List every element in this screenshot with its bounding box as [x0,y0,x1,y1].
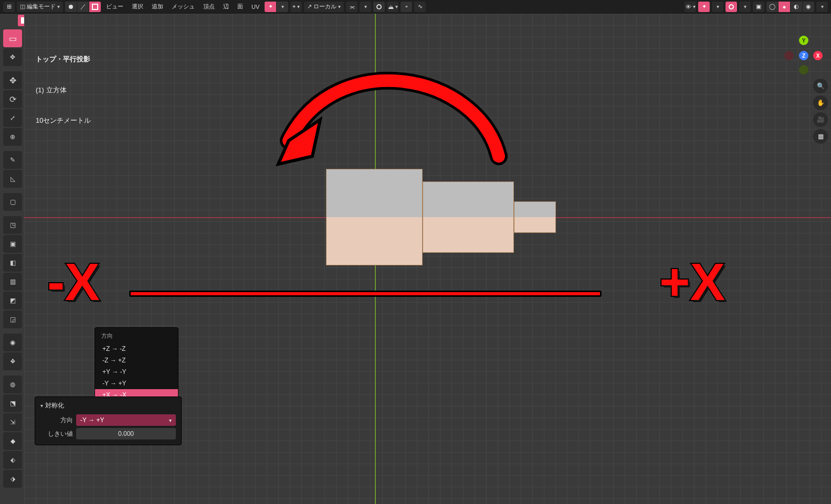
menu-add[interactable]: 追加 [149,2,166,12]
perspective-toggle-button[interactable]: ▦ [813,129,828,144]
viewport-right-buttons: 🔍 ✋ 🎥 ▦ [813,79,828,144]
select-mode-group: ／ [65,2,101,12]
knife-icon: ◩ [10,297,16,304]
tool-rotate[interactable]: ⟳ [3,90,22,108]
mesh-options-dropdown[interactable]: ∿ [414,2,426,12]
tool-select[interactable]: ▭ [3,29,22,47]
automerge-icon: ∘ [405,3,408,10]
select-icon: ▭ [9,34,17,44]
menu-edge[interactable]: 辺 [220,2,232,12]
tool-scale[interactable]: ⤢ [3,109,22,127]
proportional-falloff-dropdown[interactable]: ⛰▾ [387,2,398,12]
menu-uv[interactable]: UV [248,2,262,12]
tool-ripregion[interactable]: ⬖ [3,451,22,469]
edgeslide-icon: ⬔ [10,400,16,407]
tool-bevel[interactable]: ◧ [3,254,22,272]
menu-mesh[interactable]: メッシュ [169,2,198,12]
tool-shear[interactable]: ◆ [3,432,22,450]
gizmo-x[interactable]: X [813,51,823,60]
direction-option-2[interactable]: +Y → -Y [95,366,178,378]
tool-add-cube[interactable]: ▢ [3,193,22,211]
direction-option-1[interactable]: -Z → +Z [95,355,178,366]
show-gizmo-toggle[interactable]: ✦ [698,2,710,12]
overlays-dropdown[interactable]: ▾ [739,2,751,12]
direction-option-3[interactable]: -Y → +Y [95,378,178,389]
proportional-editing-toggle[interactable] [373,2,385,12]
menu-view[interactable]: ビュー [103,2,127,12]
zoom-button[interactable]: 🔍 [813,79,828,93]
transform-orientation-dropdown[interactable]: ↗ ローカル ▾ [304,2,344,12]
direction-option-0[interactable]: +Z → -Z [95,343,178,355]
wireframe-icon: ◯ [769,3,775,10]
overlays-toggle[interactable] [725,2,737,12]
pan-button[interactable]: ✋ [813,95,828,110]
shading-wireframe[interactable]: ◯ [766,2,778,12]
mesh-small[interactable] [514,201,556,233]
menu-select[interactable]: 選択 [129,2,146,12]
chevron-down-icon: ▾ [281,4,284,9]
tool-spin[interactable]: ◉ [3,334,22,351]
tool-loopcut[interactable]: ▥ [3,273,22,291]
operator-panel-title[interactable]: ▾ 対称化 [35,400,181,413]
sine-icon: ∿ [418,3,423,10]
shading-material[interactable]: ◐ [791,2,802,12]
tool-extrude[interactable]: ◳ [3,216,22,234]
camera-view-button[interactable]: 🎥 [813,112,828,127]
shrinkfatten-icon: ⇲ [10,419,15,426]
tool-inset[interactable]: ▣ [3,235,22,253]
mesh-medium[interactable] [423,181,514,253]
op-threshold-label: しきい値 [40,430,73,438]
hand-icon: ✋ [817,99,825,106]
tool-extra[interactable]: ⬗ [3,470,22,488]
gizmo-z[interactable]: Z [799,51,808,60]
snap-dropdown[interactable]: ▾ [360,2,371,12]
inset-icon: ▣ [10,240,16,248]
select-vertex-mode[interactable] [65,2,77,12]
orientation-dropdown-chevron[interactable]: ▾ [277,2,288,12]
proportional-icon [376,4,382,9]
gizmo-neg-x[interactable] [784,51,794,60]
tool-edgeslide[interactable]: ⬔ [3,394,22,412]
shading-dropdown[interactable]: ▾ [816,2,828,12]
camera-icon: 🎥 [817,116,825,123]
chevron-down-icon: ▾ [395,4,398,9]
tool-measure[interactable]: ◺ [3,170,22,188]
header-right-cluster: 👁▾ ✦ ▾ ▾ ▣ ◯ ● ◐ ◉ ▾ [685,2,828,12]
pivot-dropdown[interactable]: ⌖▾ [290,2,302,12]
editor-type-dropdown[interactable]: ⊞ [3,2,15,12]
tool-smooth[interactable]: ◍ [3,376,22,393]
orientation-local-toggle[interactable]: ✦ [265,2,276,12]
gizmo-neg-y[interactable] [799,65,808,74]
op-direction-field[interactable]: -Y → +Y ▾ [76,414,176,426]
mesh-automerge-toggle[interactable]: ∘ [401,2,412,12]
select-face-mode[interactable] [89,2,101,12]
menu-vertex[interactable]: 頂点 [200,2,218,12]
tool-shrinkfatten[interactable]: ⇲ [3,413,22,431]
select-edge-mode[interactable]: ／ [77,2,89,12]
viewport-info-scale: 10センチメートル [36,115,91,126]
snap-toggle[interactable]: ⫘ [346,2,357,12]
cube-icon: ▢ [10,198,16,206]
chevron-down-icon: ▾ [364,4,367,9]
shading-rendered[interactable]: ◉ [803,2,814,12]
op-threshold-field[interactable]: 0.000 [76,428,176,439]
gizmo-y[interactable]: Y [799,36,808,45]
tool-knife[interactable]: ◩ [3,292,22,309]
tool-transform[interactable]: ⊕ [3,128,22,146]
chevron-down-icon: ▾ [744,4,746,9]
gizmo-dropdown[interactable]: ▾ [712,2,723,12]
mode-dropdown[interactable]: ◫ 編集モード ▾ [17,2,63,12]
shading-solid[interactable]: ● [779,2,790,12]
scale-icon: ⤢ [10,114,15,122]
tool-spin-dup[interactable]: ❖ [3,352,22,370]
tool-annotate[interactable]: ✎ [3,151,22,169]
operator-panel-symmetrize: ▾ 対称化 方向 -Y → +Y ▾ しきい値 0.000 [35,396,182,445]
mesh-large[interactable] [326,169,423,265]
tool-polybuild[interactable]: ◲ [3,310,22,328]
xray-toggle[interactable]: ▣ [753,2,764,12]
tool-cursor3d[interactable]: ✥ [3,48,22,66]
tool-move[interactable]: ✥ [3,71,22,89]
menu-face[interactable]: 面 [234,2,246,12]
nav-gizmo[interactable]: Y X Z [782,34,826,78]
visibility-dropdown[interactable]: 👁▾ [685,2,696,12]
